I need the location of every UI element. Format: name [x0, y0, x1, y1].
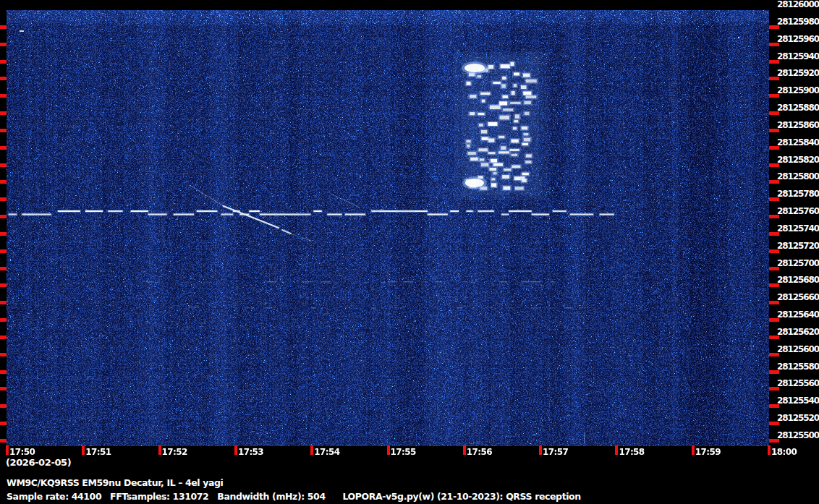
freq-tick-left [0, 249, 7, 253]
freq-tick-right [769, 94, 779, 98]
time-label: 17:56 [467, 447, 492, 457]
freq-tick-left [0, 318, 7, 322]
freq-tick-right [769, 283, 779, 287]
time-label: 17:51 [85, 447, 111, 457]
freq-tick-right [769, 163, 779, 167]
time-label: 17:55 [391, 447, 416, 457]
station-info: WM9C/KQ9RSS EM59nu Decatur, IL – 4el yag… [7, 477, 223, 488]
freq-label: 28125780 [777, 189, 819, 199]
freq-tick-right [769, 180, 779, 184]
freq-tick-left [0, 215, 7, 218]
freq-tick-right [769, 439, 779, 443]
time-tick [692, 445, 695, 455]
freq-label: 28125640 [777, 310, 819, 320]
freq-tick-left [0, 111, 7, 115]
freq-label: 28125520 [777, 414, 819, 423]
time-tick [158, 445, 161, 455]
freq-tick-right [769, 336, 779, 339]
freq-tick-right [769, 249, 779, 253]
freq-tick-right [769, 43, 779, 46]
freq-label: 28125500 [777, 431, 819, 440]
time-label: 17:59 [695, 447, 721, 457]
time-tick [82, 445, 85, 455]
freq-label: 28125580 [777, 362, 819, 372]
time-label: 17:54 [314, 447, 339, 457]
freq-label: 28125820 [777, 155, 819, 165]
freq-label: 28125940 [777, 52, 819, 61]
freq-label: 28125660 [777, 293, 819, 302]
freq-tick-left [0, 163, 7, 167]
time-label: 17:50 [9, 447, 35, 457]
freq-label: 28125920 [777, 69, 819, 78]
freq-label: 28125740 [777, 224, 819, 234]
freq-tick-left [0, 370, 7, 374]
freq-tick-right [769, 60, 779, 64]
freq-tick-left [0, 439, 7, 443]
freq-tick-left [0, 283, 7, 287]
freq-tick-left [0, 353, 7, 356]
freq-tick-right [769, 25, 779, 29]
freq-tick-right [769, 422, 779, 425]
freq-label: 28125680 [777, 276, 819, 285]
freq-label: 28125960 [777, 35, 819, 44]
freq-label: 28125600 [777, 345, 819, 354]
qrss-grabber: 2812600028125980281259602812594028125920… [0, 0, 819, 504]
freq-tick-left [0, 301, 7, 304]
freq-tick-left [0, 43, 7, 46]
freq-tick-left [0, 387, 7, 390]
capture-settings: Sample rate: 44100 FFTsamples: 131072 Ba… [7, 491, 581, 502]
freq-label: 28126000 [777, 0, 819, 9]
time-label: 17:52 [162, 447, 187, 457]
freq-label: 28125720 [777, 242, 819, 251]
freq-label: 28125840 [777, 138, 819, 148]
date-label: (2026-02-05) [6, 457, 71, 468]
freq-tick-left [0, 197, 7, 201]
freq-tick-right [769, 353, 779, 356]
freq-tick-left [0, 25, 7, 29]
freq-tick-left [0, 129, 7, 132]
time-tick [768, 445, 771, 455]
freq-tick-right [769, 370, 779, 374]
freq-tick-right [769, 197, 779, 201]
freq-label: 28125980 [777, 17, 819, 27]
freq-label: 28125540 [777, 396, 819, 406]
time-tick [387, 445, 390, 455]
freq-label: 28125900 [777, 86, 819, 95]
freq-label: 28125700 [777, 259, 819, 268]
freq-tick-left [0, 94, 7, 98]
freq-tick-left [0, 146, 7, 150]
freq-tick-left [0, 336, 7, 339]
freq-tick-right [769, 215, 779, 218]
freq-tick-right [769, 129, 779, 132]
freq-tick-left [0, 267, 7, 270]
freq-tick-right [769, 232, 779, 236]
time-label: 17:57 [543, 447, 568, 457]
time-label: 17:53 [238, 447, 263, 457]
freq-tick-left [0, 232, 7, 236]
freq-tick-right [769, 301, 779, 304]
freq-tick-left [0, 422, 7, 425]
time-label: 18:00 [771, 447, 797, 457]
freq-tick-right [769, 387, 779, 390]
freq-label: 28125800 [777, 172, 819, 181]
freq-tick-left [0, 77, 7, 80]
time-label: 17:58 [619, 447, 644, 457]
freq-label: 28125760 [777, 207, 819, 216]
freq-label: 28125620 [777, 328, 819, 337]
freq-label: 28125860 [777, 121, 819, 130]
freq-label: 28125880 [777, 103, 819, 113]
time-tick [539, 445, 542, 455]
freq-tick-right [769, 77, 779, 80]
time-tick [615, 445, 618, 455]
freq-tick-left [0, 60, 7, 64]
spectrogram-canvas [7, 10, 769, 446]
freq-label: 28125560 [777, 379, 819, 388]
freq-tick-right [769, 146, 779, 150]
freq-tick-left [0, 404, 7, 408]
freq-tick-right [769, 111, 779, 115]
freq-tick-right [769, 404, 779, 408]
freq-tick-right [769, 318, 779, 322]
freq-tick-right [769, 267, 779, 270]
time-tick [234, 445, 237, 455]
time-tick [310, 445, 313, 455]
